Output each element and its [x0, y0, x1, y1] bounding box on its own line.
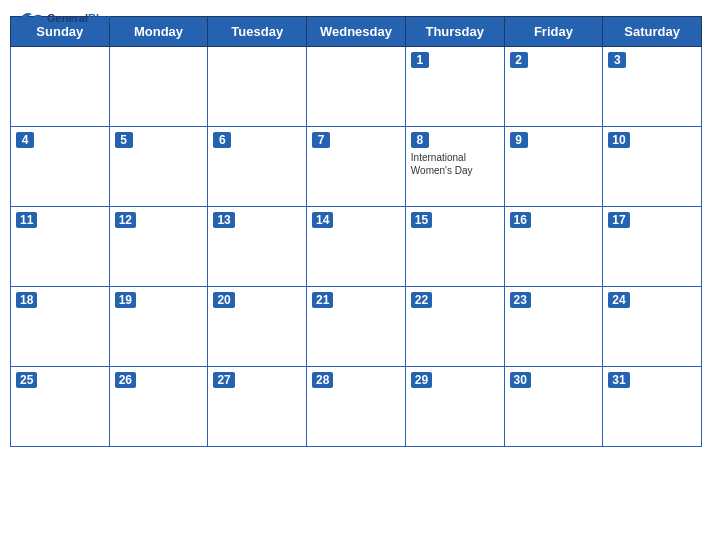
day-number: 28 — [312, 372, 333, 388]
calendar-cell: 5 — [109, 127, 208, 207]
day-number: 6 — [213, 132, 231, 148]
calendar-cell — [307, 47, 406, 127]
calendar-cell: 14 — [307, 207, 406, 287]
day-number: 27 — [213, 372, 234, 388]
calendar-cell: 2 — [504, 47, 603, 127]
calendar-cell — [109, 47, 208, 127]
calendar-week-1: 123 — [11, 47, 702, 127]
calendar-cell: 15 — [405, 207, 504, 287]
calendar-cell: 30 — [504, 367, 603, 447]
day-number: 24 — [608, 292, 629, 308]
day-number: 2 — [510, 52, 528, 68]
day-number: 17 — [608, 212, 629, 228]
calendar-cell: 12 — [109, 207, 208, 287]
day-number: 20 — [213, 292, 234, 308]
calendar-week-4: 18192021222324 — [11, 287, 702, 367]
day-number: 29 — [411, 372, 432, 388]
calendar-header-row: SundayMondayTuesdayWednesdayThursdayFrid… — [11, 17, 702, 47]
calendar-cell — [208, 47, 307, 127]
calendar-cell: 8International Women's Day — [405, 127, 504, 207]
calendar-cell: 21 — [307, 287, 406, 367]
day-number: 5 — [115, 132, 133, 148]
day-number: 16 — [510, 212, 531, 228]
calendar-week-5: 25262728293031 — [11, 367, 702, 447]
day-number: 21 — [312, 292, 333, 308]
calendar-cell — [11, 47, 110, 127]
logo-general-text: General — [47, 12, 88, 24]
day-number: 13 — [213, 212, 234, 228]
calendar-cell: 31 — [603, 367, 702, 447]
day-number: 22 — [411, 292, 432, 308]
day-number: 23 — [510, 292, 531, 308]
day-number: 14 — [312, 212, 333, 228]
calendar-cell: 11 — [11, 207, 110, 287]
calendar-table: SundayMondayTuesdayWednesdayThursdayFrid… — [10, 16, 702, 447]
day-number: 3 — [608, 52, 626, 68]
calendar-cell: 10 — [603, 127, 702, 207]
day-number: 7 — [312, 132, 330, 148]
day-number: 11 — [16, 212, 37, 228]
calendar-cell: 16 — [504, 207, 603, 287]
calendar-header: GeneralBlue — [0, 0, 712, 16]
day-number: 31 — [608, 372, 629, 388]
calendar-cell: 29 — [405, 367, 504, 447]
calendar-cell: 24 — [603, 287, 702, 367]
calendar-week-3: 11121314151617 — [11, 207, 702, 287]
day-number: 19 — [115, 292, 136, 308]
day-number: 26 — [115, 372, 136, 388]
logo-icon — [16, 8, 44, 26]
calendar-cell: 18 — [11, 287, 110, 367]
calendar-cell: 13 — [208, 207, 307, 287]
calendar-cell: 20 — [208, 287, 307, 367]
calendar-cell: 27 — [208, 367, 307, 447]
col-header-wednesday: Wednesday — [307, 17, 406, 47]
day-number: 9 — [510, 132, 528, 148]
col-header-saturday: Saturday — [603, 17, 702, 47]
calendar-cell: 7 — [307, 127, 406, 207]
calendar-cell: 22 — [405, 287, 504, 367]
calendar-cell: 23 — [504, 287, 603, 367]
calendar-cell: 6 — [208, 127, 307, 207]
calendar-cell: 9 — [504, 127, 603, 207]
day-number: 1 — [411, 52, 429, 68]
logo-blue-text: Blue — [88, 12, 112, 24]
logo: GeneralBlue — [16, 8, 112, 26]
calendar-cell: 19 — [109, 287, 208, 367]
day-number: 4 — [16, 132, 34, 148]
day-number: 15 — [411, 212, 432, 228]
calendar-cell: 4 — [11, 127, 110, 207]
calendar-cell: 1 — [405, 47, 504, 127]
calendar-cell: 3 — [603, 47, 702, 127]
calendar-cell: 17 — [603, 207, 702, 287]
day-number: 25 — [16, 372, 37, 388]
calendar-cell: 28 — [307, 367, 406, 447]
col-header-friday: Friday — [504, 17, 603, 47]
calendar-cell: 26 — [109, 367, 208, 447]
day-number: 12 — [115, 212, 136, 228]
event-label: International Women's Day — [411, 151, 499, 177]
day-number: 8 — [411, 132, 429, 148]
col-header-monday: Monday — [109, 17, 208, 47]
day-number: 10 — [608, 132, 629, 148]
day-number: 18 — [16, 292, 37, 308]
col-header-thursday: Thursday — [405, 17, 504, 47]
col-header-tuesday: Tuesday — [208, 17, 307, 47]
day-number: 30 — [510, 372, 531, 388]
calendar-week-2: 45678International Women's Day910 — [11, 127, 702, 207]
calendar-cell: 25 — [11, 367, 110, 447]
